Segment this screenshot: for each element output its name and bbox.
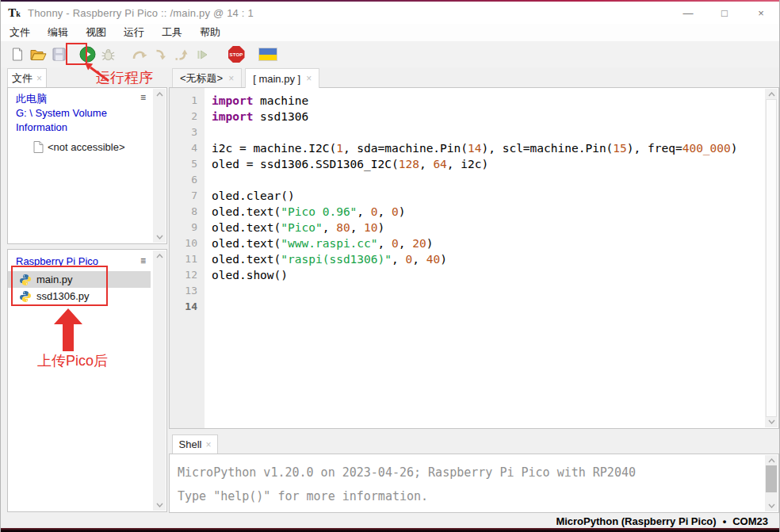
scroll-up-icon[interactable] [156,254,163,258]
window-title: Thonny - Raspberry Pi Pico :: /main.py @… [28,7,254,19]
window-controls: — □ × [670,2,779,24]
step-out-icon [170,44,191,65]
shell-output-line: MicroPython v1.20.0 on 2023-04-26; Raspb… [170,461,778,484]
python-file-icon [19,274,32,286]
code-line-5: oled = ssd1306.SSD1306_I2C(128, 64, i2c) [205,156,778,172]
status-bar: MicroPython (Raspberry Pi Pico) • COM23 [1,514,779,528]
menu-item-view[interactable]: 视图 [77,24,115,41]
open-file-icon[interactable] [28,44,48,65]
editor-scrollbar[interactable] [765,89,778,427]
line-number: 13 [170,283,205,299]
pico-file-list: main.pyssd1306.py [8,271,166,304]
scroll-down-icon[interactable] [768,419,775,424]
pico-file-ssd1306-py[interactable]: ssd1306.py [8,288,151,304]
scroll-thumb[interactable] [766,465,777,492]
code-line-11: oled.text("raspi(ssd1306)", 0, 40) [205,251,778,267]
code-line-1: import machine [205,93,778,109]
files-tab-label: 文件 [12,71,32,86]
line-number: 3 [170,124,205,140]
scroll-up-icon[interactable] [768,458,775,463]
pico-menu-hamburger-icon[interactable]: ≡ [140,256,146,266]
pico-file-label: ssd1306.py [36,290,90,302]
resume-icon [191,44,212,65]
close-button[interactable]: × [743,2,779,24]
editor-tab-label: [ main.py ] [253,73,300,85]
pico-file-main-py[interactable]: main.py [8,271,151,288]
code-line-7: oled.clear() [205,188,778,204]
step-into-icon [150,44,170,65]
code-line-14 [205,299,778,315]
shell-tab-label: Shell [179,438,202,450]
menu-item-tools[interactable]: 工具 [153,24,191,41]
status-port[interactable]: COM23 [732,515,768,527]
line-number: 7 [170,188,205,204]
stop-restart-icon[interactable]: STOP [226,44,247,65]
scroll-up-icon[interactable] [156,92,163,97]
editor-tab-main-py[interactable]: [ main.py ]× [245,68,319,88]
scroll-down-icon[interactable] [156,503,163,507]
line-number: 6 [170,172,205,188]
editor-tabbar: <无标题>×[ main.py ]× [169,68,778,87]
line-number: 10 [170,235,205,251]
code-line-13 [205,283,778,299]
line-number: 9 [170,220,205,235]
line-number: 8 [170,204,205,220]
status-bullet: • [723,515,727,527]
close-icon[interactable]: × [36,74,42,83]
step-over-icon [129,44,150,65]
scroll-down-icon[interactable] [768,503,775,508]
document-icon [33,141,44,153]
volume-path-link[interactable]: G: \ System Volume Information [16,106,135,135]
menu-item-help[interactable]: 帮助 [191,24,229,41]
status-interpreter[interactable]: MicroPython (Raspberry Pi Pico) [556,515,716,527]
run-annotation-label: 运行程序 [96,68,153,87]
scroll-up-icon[interactable] [768,92,775,97]
tree-item-label: <not accessible> [48,141,125,153]
new-file-icon[interactable] [7,44,28,65]
maximize-button[interactable]: □ [706,2,743,24]
pico-scrollbar[interactable] [153,251,166,511]
code-line-6 [205,172,778,188]
menubar: 文件编辑视图运行工具帮助 [1,24,779,41]
thonny-logo-icon: Tk [7,6,21,20]
editor-tab-untitled[interactable]: <无标题>× [172,68,242,87]
code-line-8: oled.text("Pico 0.96", 0, 0) [205,204,778,220]
minimize-button[interactable]: — [670,2,706,24]
line-number: 1 [170,93,205,109]
code-line-12: oled.show() [205,267,778,283]
run-current-script-icon[interactable] [77,44,98,65]
files-scrollbar[interactable] [153,89,166,243]
ukraine-flag-icon [258,44,278,65]
menu-item-edit[interactable]: 编辑 [39,24,77,41]
menu-item-run[interactable]: 运行 [115,24,153,41]
shell-scrollbar[interactable] [765,455,778,511]
line-number: 14 [170,299,205,315]
editor-tab-label: <无标题> [180,71,223,86]
files-menu-hamburger-icon[interactable]: ≡ [140,93,146,102]
scroll-down-icon[interactable] [156,235,163,239]
python-file-icon [19,290,32,303]
code-editor[interactable]: 1234567891011121314 import machineimport… [169,87,779,429]
shell-tab[interactable]: Shell × [172,434,218,454]
code-line-2: import ssd1306 [205,109,778,124]
code-line-3 [205,124,778,140]
editor-code-area[interactable]: import machineimport ssd1306i2c = machin… [205,88,778,428]
line-number: 2 [170,109,205,124]
tree-item-not-accessible[interactable]: <not accessible> [33,141,166,153]
pico-file-label: main.py [36,274,73,285]
pico-panel: Raspberry Pi Pico main.pyssd1306.py ≡ [7,249,167,512]
line-number: 11 [170,251,205,267]
close-icon[interactable]: × [205,440,211,450]
menu-item-file[interactable]: 文件 [1,24,39,41]
shell-panel[interactable]: MicroPython v1.20.0 on 2023-04-26; Raspb… [169,454,779,513]
files-panel-tab[interactable]: 文件 × [7,68,47,87]
title-bar: Tk Thonny - Raspberry Pi Pico :: /main.p… [1,2,779,24]
line-number: 5 [170,156,205,172]
toolbar: STOP [1,41,779,67]
close-icon[interactable]: × [306,74,312,83]
files-panel: 此电脑 G: \ System Volume Information <not … [7,87,167,244]
scroll-thumb[interactable] [766,99,777,417]
line-number: 4 [170,140,205,156]
debug-current-script-icon [98,44,118,65]
close-icon[interactable]: × [228,74,234,83]
